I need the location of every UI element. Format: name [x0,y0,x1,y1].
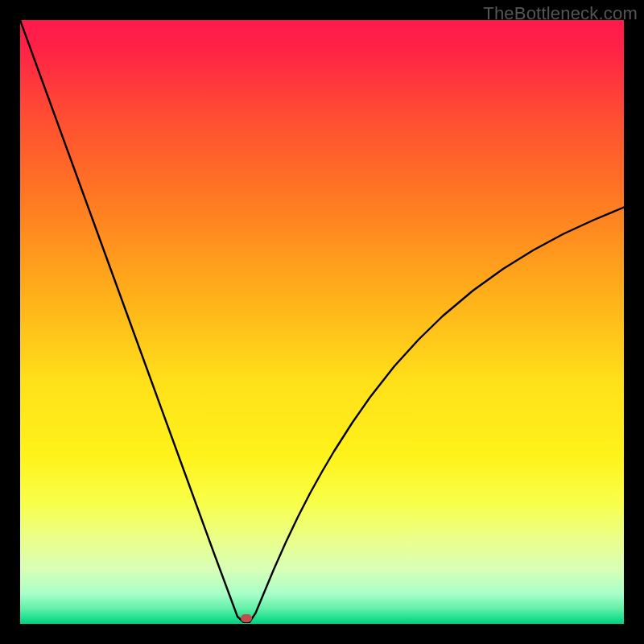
gradient-background [20,20,624,624]
optimal-point-marker [241,614,252,622]
chart-frame: TheBottleneck.com [0,0,644,644]
chart-svg [20,20,624,624]
plot-area [20,20,624,624]
watermark-text: TheBottleneck.com [483,3,638,24]
